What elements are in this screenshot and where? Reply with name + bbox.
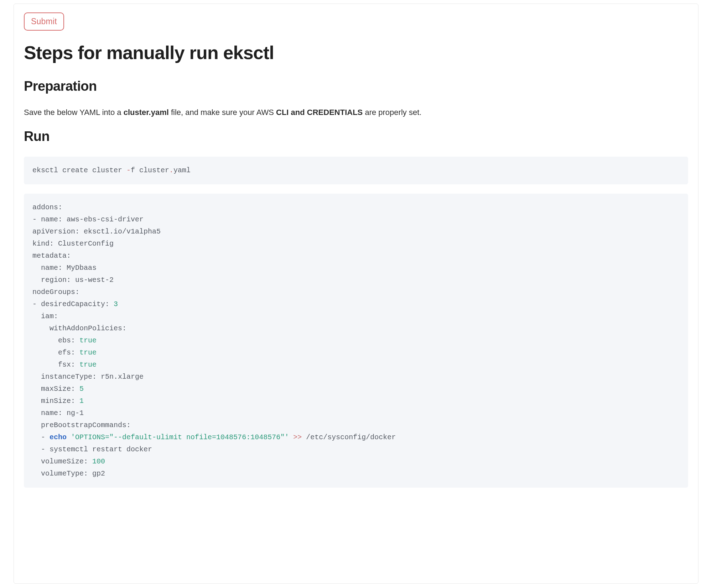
- yaml-line: volumeType: gp2: [32, 469, 105, 478]
- yaml-true: true: [79, 361, 97, 369]
- code-flag-letter: f: [131, 166, 135, 174]
- yaml-line: efs:: [32, 348, 79, 357]
- yaml-line: apiVersion: eksctl.io/v1alpha5: [32, 227, 161, 236]
- yaml-line: addons:: [32, 203, 62, 211]
- yaml-line: name: MyDbaas: [32, 264, 97, 272]
- yaml-line: ebs:: [32, 336, 79, 345]
- yaml-line: - desiredCapacity:: [32, 300, 114, 308]
- code-block-yaml: addons: - name: aws-ebs-csi-driver apiVe…: [24, 194, 688, 488]
- submit-button[interactable]: Submit: [24, 12, 64, 31]
- section-heading-preparation: Preparation: [24, 79, 688, 94]
- code-block-run: eksctl create cluster -f cluster.yaml: [24, 157, 688, 184]
- yaml-line: region: us-west-2: [32, 276, 114, 284]
- yaml-line: nodeGroups:: [32, 288, 79, 296]
- yaml-line: - systemctl restart docker: [32, 445, 152, 453]
- yaml-string: 'OPTIONS="--default-ulimit nofile=104857…: [71, 433, 289, 441]
- code-dot: .: [169, 166, 173, 174]
- yaml-line: instanceType: r5n.xlarge: [32, 373, 144, 381]
- yaml-number: 1: [79, 397, 84, 405]
- yaml-op-append: >>: [293, 433, 302, 441]
- yaml-line: -: [32, 433, 50, 441]
- yaml-true: true: [79, 348, 97, 357]
- text-bold-clicreds: CLI and CREDENTIALS: [276, 108, 363, 117]
- yaml-true: true: [79, 336, 97, 345]
- content-panel: Submit Steps for manually run eksctl Pre…: [14, 4, 698, 584]
- yaml-number: 3: [114, 300, 118, 308]
- yaml-line: withAddonPolicies:: [32, 324, 126, 332]
- yaml-line: - name: aws-ebs-csi-driver: [32, 215, 144, 224]
- code-text: cluster: [135, 166, 169, 174]
- yaml-number: 100: [92, 457, 105, 466]
- page-title: Steps for manually run eksctl: [24, 43, 688, 63]
- yaml-text: [67, 433, 71, 441]
- text-bold-filename: cluster.yaml: [124, 108, 169, 117]
- yaml-text: [289, 433, 293, 441]
- text: Save the below YAML into a: [24, 108, 124, 117]
- paragraph-preparation: Save the below YAML into a cluster.yaml …: [24, 106, 688, 118]
- yaml-line: kind: ClusterConfig: [32, 240, 114, 248]
- yaml-line: name: ng-1: [32, 409, 84, 417]
- yaml-line: maxSize:: [32, 385, 79, 393]
- text: are properly set.: [363, 108, 421, 117]
- yaml-line: fsx:: [32, 361, 79, 369]
- yaml-line: preBootstrapCommands:: [32, 421, 131, 429]
- yaml-number: 5: [79, 385, 84, 393]
- section-heading-run: Run: [24, 129, 688, 145]
- yaml-line: minSize:: [32, 397, 79, 405]
- text: file, and make sure your AWS: [169, 108, 276, 117]
- yaml-line: volumeSize:: [32, 457, 92, 466]
- code-flag-dash: -: [126, 166, 131, 174]
- yaml-line: metadata:: [32, 252, 71, 260]
- code-text: yaml: [173, 166, 191, 174]
- yaml-line: iam:: [32, 312, 58, 320]
- code-text: eksctl create cluster: [32, 166, 126, 174]
- yaml-keyword-echo: echo: [50, 433, 67, 441]
- yaml-text: /etc/sysconfig/docker: [302, 433, 396, 441]
